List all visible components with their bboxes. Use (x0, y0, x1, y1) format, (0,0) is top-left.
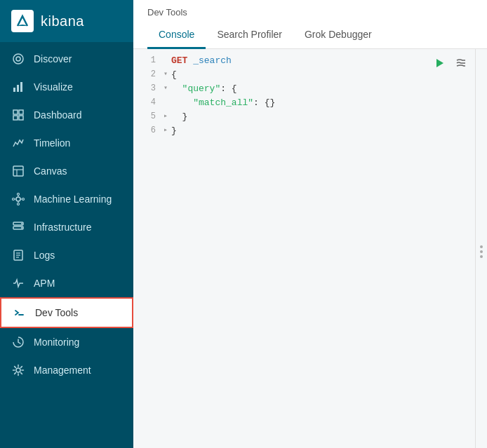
logo-icon (11, 10, 34, 32)
svg-point-1 (16, 57, 20, 61)
sidebar-item-canvas[interactable]: Canvas (0, 157, 133, 185)
sidebar-item-discover[interactable]: Discover (0, 45, 133, 73)
tab-grok-debugger[interactable]: Grok Debugger (293, 23, 383, 49)
monitoring-icon (11, 335, 25, 349)
logs-icon (11, 248, 25, 262)
svg-rect-8 (19, 116, 23, 120)
resize-handle[interactable] (480, 245, 483, 258)
svg-point-24 (21, 227, 22, 229)
sidebar-item-logs[interactable]: Logs (0, 241, 133, 269)
sidebar: kibana Discover Visualize (0, 0, 133, 448)
code-editor[interactable]: 1 GET _search 2 ▾ { 3 ▾ "query": { (133, 49, 475, 144)
svg-rect-9 (13, 166, 23, 176)
management-icon (11, 363, 25, 377)
run-button[interactable] (432, 55, 448, 72)
sidebar-item-dashboard[interactable]: Dashboard (0, 101, 133, 129)
sidebar-item-label: Management (34, 365, 91, 376)
page-header: Dev Tools Console Search Profiler Grok D… (133, 0, 487, 49)
sidebar-item-timelion[interactable]: Timelion (0, 129, 133, 157)
dashboard-icon (11, 108, 25, 122)
sidebar-nav: Discover Visualize (0, 42, 133, 448)
tabs-bar: Console Search Profiler Grok Debugger (147, 23, 473, 48)
sidebar-item-label: Monitoring (34, 337, 79, 348)
editor-pane[interactable]: 1 GET _search 2 ▾ { 3 ▾ "query": { (133, 49, 476, 448)
tab-console[interactable]: Console (147, 23, 206, 49)
sidebar-item-infrastructure[interactable]: Infrastructure (0, 213, 133, 241)
sidebar-item-label: Timelion (34, 137, 70, 149)
sidebar-item-label: Dashboard (34, 109, 82, 121)
visualize-icon (11, 80, 25, 94)
code-line-4: 4 "match_all": {} (133, 97, 475, 111)
discover-icon (11, 52, 25, 66)
sidebar-item-label: Discover (34, 53, 72, 65)
settings-button[interactable] (453, 55, 469, 72)
sidebar-item-label: Machine Learning (34, 194, 112, 205)
editor-toolbar (432, 55, 469, 72)
svg-point-14 (18, 203, 20, 205)
sidebar-item-label: APM (34, 278, 55, 289)
timelion-icon (11, 136, 25, 150)
apm-icon (11, 276, 25, 290)
sidebar-item-management[interactable]: Management (0, 356, 133, 384)
sidebar-item-label: Logs (34, 250, 55, 261)
svg-point-15 (13, 198, 15, 201)
svg-rect-7 (13, 116, 18, 120)
svg-point-13 (18, 194, 20, 196)
sidebar-item-label: Visualize (34, 81, 73, 93)
svg-rect-6 (19, 110, 23, 114)
sidebar-item-monitoring[interactable]: Monitoring (0, 328, 133, 356)
logo-text: kibana (41, 13, 84, 29)
sidebar-item-visualize[interactable]: Visualize (0, 73, 133, 101)
tab-search-profiler[interactable]: Search Profiler (206, 23, 293, 49)
dev-tools-icon (13, 306, 27, 320)
svg-rect-3 (17, 85, 19, 92)
code-line-6: 6 ▸ } (133, 125, 475, 139)
code-line-3: 3 ▾ "query": { (133, 83, 475, 97)
svg-point-16 (22, 198, 25, 201)
code-line-1: 1 GET _search (133, 55, 475, 69)
main-content: Dev Tools Console Search Profiler Grok D… (133, 0, 487, 448)
svg-point-32 (16, 368, 20, 372)
code-line-5: 5 ▸ } (133, 111, 475, 125)
code-line-2: 2 ▾ { (133, 69, 475, 83)
svg-marker-33 (436, 59, 443, 67)
sidebar-item-label: Infrastructure (34, 222, 91, 233)
machine-learning-icon (11, 192, 25, 206)
svg-rect-5 (13, 110, 18, 114)
right-panel (476, 49, 487, 448)
svg-point-0 (13, 54, 23, 64)
sidebar-item-dev-tools[interactable]: Dev Tools (0, 297, 133, 328)
sidebar-item-machine-learning[interactable]: Machine Learning (0, 185, 133, 213)
sidebar-item-label: Canvas (34, 165, 67, 177)
logo-area[interactable]: kibana (0, 0, 133, 42)
sidebar-item-apm[interactable]: APM (0, 269, 133, 297)
console-area: 1 GET _search 2 ▾ { 3 ▾ "query": { (133, 49, 487, 448)
svg-point-23 (21, 223, 22, 224)
page-title: Dev Tools (147, 7, 473, 18)
svg-rect-4 (20, 82, 22, 92)
svg-rect-2 (13, 88, 15, 92)
canvas-icon (11, 164, 25, 178)
sidebar-item-label: Dev Tools (35, 307, 78, 318)
svg-point-12 (16, 197, 20, 201)
infrastructure-icon (11, 220, 25, 234)
